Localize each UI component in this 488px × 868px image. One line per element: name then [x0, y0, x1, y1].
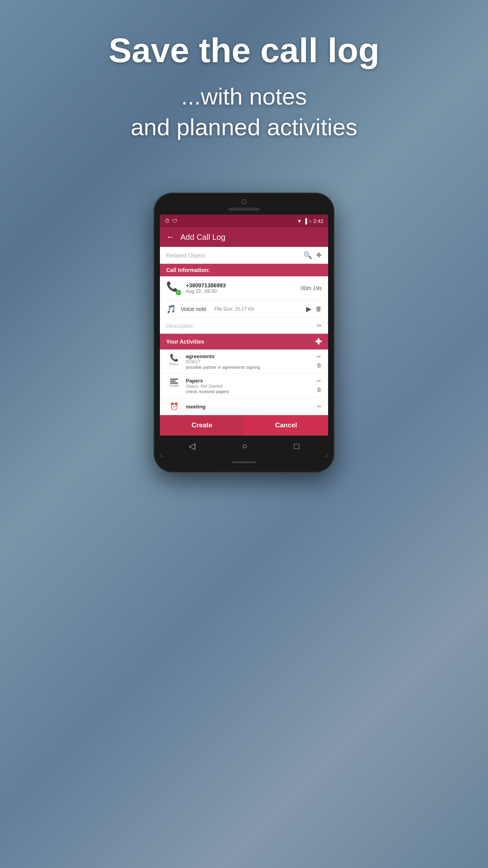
- related-object-placeholder: Related Object: [166, 252, 299, 259]
- task-activity-title: Papers: [186, 378, 312, 384]
- call-duration: 00m 19s: [301, 285, 322, 291]
- related-object-bar[interactable]: Related Object 🔍 ✚: [160, 247, 328, 264]
- delete-call-activity-button[interactable]: 🗑: [316, 362, 322, 368]
- call-information-header: Call Information:: [160, 264, 328, 276]
- meeting-activity-icon: ⏰: [166, 402, 182, 411]
- add-activity-button[interactable]: ✚: [315, 337, 322, 346]
- edit-call-activity-button[interactable]: ✏: [317, 353, 321, 360]
- hero-subtitle: ...with notes and planned activities: [0, 81, 488, 143]
- back-button[interactable]: ←: [166, 232, 175, 242]
- shield-icon: 🛡: [172, 218, 177, 224]
- home-indicator: [232, 462, 256, 463]
- battery-icon: ○: [309, 218, 312, 224]
- task-activity-status: Status: Not Started: [186, 384, 312, 388]
- description-placeholder: Description: [166, 323, 317, 329]
- call-activity-date: 8/28/17: [186, 359, 312, 364]
- voice-note-icon: 🎵: [166, 304, 176, 314]
- search-icon[interactable]: 🔍: [303, 251, 312, 259]
- delete-task-activity-button[interactable]: 🗑: [316, 386, 322, 393]
- recent-nav-icon[interactable]: □: [294, 441, 299, 451]
- header-title: Add Call Log: [180, 233, 226, 242]
- task-type-label: TASK: [169, 384, 179, 388]
- back-nav-icon[interactable]: ◁: [189, 441, 195, 451]
- phone-bottom: [160, 458, 328, 466]
- activity-item-task: TASK Papers Status: Not Started check re…: [160, 374, 328, 398]
- task-line-2: [170, 381, 176, 382]
- call-icon-wrap: 📞 ✓: [166, 281, 180, 295]
- phone-mockup: ⏱ 🛡 ▼ ▐ ○ 2:42 ← Add Call Log Related Ob…: [154, 193, 334, 473]
- hero-section: Save the call log ...with notes and plan…: [0, 31, 488, 143]
- edit-description-icon[interactable]: ✏: [317, 322, 322, 329]
- phone-outer: ⏱ 🛡 ▼ ▐ ○ 2:42 ← Add Call Log Related Ob…: [154, 193, 334, 473]
- voice-note-label: Voice note: [181, 306, 206, 312]
- phone-speaker: [228, 208, 260, 211]
- call-info-row: 📞 ✓ +380971386993 Aug 23 , 09:30 00m 19s: [160, 276, 328, 300]
- call-details: +380971386993 Aug 23 , 09:30: [186, 282, 295, 294]
- cancel-button[interactable]: Cancel: [244, 415, 328, 436]
- hero-title: Save the call log: [0, 31, 488, 70]
- bottom-navigation: ◁ ○ □: [160, 436, 328, 457]
- task-activity-actions: ✏ 🗑: [316, 378, 322, 393]
- action-buttons: Create Cancel: [160, 415, 328, 436]
- home-nav-icon[interactable]: ○: [242, 441, 247, 451]
- edit-meeting-button[interactable]: ✏: [317, 403, 322, 410]
- task-lines-icon: [170, 379, 178, 384]
- add-related-icon[interactable]: ✚: [316, 251, 322, 259]
- call-number: +380971386993: [186, 282, 295, 289]
- task-activity-desc: check received papers: [186, 389, 312, 394]
- call-date: Aug 23 , 09:30: [186, 289, 295, 294]
- your-activities-header: Your Activities ✚: [160, 334, 328, 349]
- call-activity-actions: ✏ 🗑: [316, 353, 322, 368]
- voice-note-row: 🎵 Voice note File Size: 20.17 Kb ▶ 🗑: [160, 300, 328, 318]
- delete-voice-button[interactable]: 🗑: [316, 305, 322, 313]
- meeting-activity-title: meeting: [186, 404, 313, 410]
- edit-task-activity-button[interactable]: ✏: [317, 378, 321, 384]
- call-activity-title: agreements: [186, 353, 312, 359]
- call-information-label: Call Information:: [166, 267, 210, 273]
- task-activity-icon: TASK: [166, 378, 182, 388]
- app-header: ← Add Call Log: [160, 227, 328, 247]
- hero-subtitle-line2: and planned activities: [130, 114, 357, 140]
- status-bar: ⏱ 🛡 ▼ ▐ ○ 2:42: [160, 215, 328, 227]
- signal-icon: ▐: [304, 218, 307, 224]
- activity-item-call: 📞 CALL agreements 8/28/17 possible partn…: [160, 349, 328, 374]
- description-row[interactable]: Description ✏: [160, 318, 328, 334]
- call-type-label: CALL: [169, 362, 179, 366]
- meeting-type-icon: ⏰: [170, 402, 178, 411]
- play-button[interactable]: ▶: [306, 305, 312, 313]
- create-button[interactable]: Create: [160, 415, 244, 436]
- call-type-icon: 📞: [170, 353, 178, 362]
- phone-camera: [241, 199, 247, 204]
- task-activity-details: Papers Status: Not Started check receive…: [186, 378, 312, 394]
- call-activity-icon: 📞 CALL: [166, 353, 182, 366]
- activity-item-meeting: ⏰ meeting ✏: [160, 398, 328, 415]
- phone-screen: ⏱ 🛡 ▼ ▐ ○ 2:42 ← Add Call Log Related Ob…: [160, 215, 328, 457]
- voice-actions: ▶ 🗑: [306, 305, 322, 313]
- call-check-icon: ✓: [176, 290, 181, 295]
- call-activity-details: agreements 8/28/17 possible partner in a…: [186, 353, 312, 370]
- task-line-1: [170, 379, 178, 380]
- your-activities-label: Your Activities: [166, 338, 204, 345]
- wifi-icon: ▼: [297, 218, 302, 224]
- clock-icon: ⏱: [165, 218, 170, 224]
- call-activity-desc: possible partner in agreements signing: [186, 365, 312, 370]
- file-size-label: File Size: 20.17 Kb: [214, 306, 254, 312]
- hero-subtitle-line1: ...with notes: [181, 83, 307, 110]
- status-time: 2:42: [314, 218, 323, 224]
